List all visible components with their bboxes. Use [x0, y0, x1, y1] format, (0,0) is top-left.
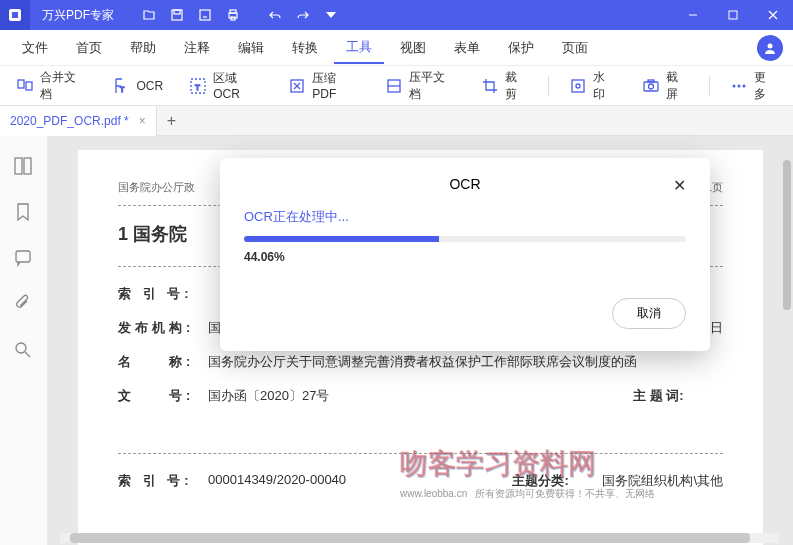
- annotations-icon[interactable]: [13, 248, 35, 270]
- dialog-status: OCR正在处理中...: [244, 208, 686, 226]
- svg-point-24: [649, 84, 654, 89]
- attachments-icon[interactable]: [13, 294, 35, 316]
- bookmark-icon[interactable]: [13, 202, 35, 224]
- save-as-icon[interactable]: [192, 2, 218, 28]
- crop-icon: [481, 77, 499, 95]
- svg-rect-31: [16, 251, 30, 262]
- ocr-icon: T: [112, 77, 130, 95]
- svg-rect-30: [24, 158, 31, 174]
- scrollbar-thumb[interactable]: [70, 533, 750, 543]
- menu-edit[interactable]: 编辑: [226, 33, 276, 63]
- field-label: 主题分类:: [512, 472, 602, 490]
- close-button[interactable]: [753, 0, 793, 30]
- field-label: 发布机构:: [118, 319, 208, 337]
- svg-point-28: [743, 84, 746, 87]
- document-tab[interactable]: 2020_PDF_OCR.pdf * ×: [0, 106, 157, 136]
- menu-page[interactable]: 页面: [550, 33, 600, 63]
- tab-close-icon[interactable]: ×: [139, 114, 146, 128]
- flatten-icon: [385, 77, 403, 95]
- maximize-button[interactable]: [713, 0, 753, 30]
- vertical-scrollbar[interactable]: [783, 140, 791, 520]
- tabbar: 2020_PDF_OCR.pdf * × +: [0, 106, 793, 136]
- customize-icon[interactable]: [318, 2, 344, 28]
- watermark-icon: [569, 77, 587, 95]
- toolbar-separator: [709, 76, 710, 96]
- undo-icon[interactable]: [262, 2, 288, 28]
- open-icon[interactable]: [136, 2, 162, 28]
- menu-help[interactable]: 帮助: [118, 33, 168, 63]
- field-value: 国办函〔2020〕27号: [208, 387, 633, 405]
- menubar: 文件 首页 帮助 注释 编辑 转换 工具 视图 表单 保护 页面: [0, 30, 793, 66]
- field-value: 国务院组织机构\其他: [602, 472, 723, 490]
- save-icon[interactable]: [164, 2, 190, 28]
- field-label: 文 号:: [118, 387, 208, 405]
- crop-button[interactable]: 裁剪: [475, 65, 534, 107]
- screenshot-button[interactable]: 截屏: [636, 65, 695, 107]
- watermark-button[interactable]: 水印: [563, 65, 622, 107]
- menu-tools[interactable]: 工具: [334, 32, 384, 64]
- compress-button[interactable]: 压缩PDF: [282, 66, 364, 105]
- tab-label: 2020_PDF_OCR.pdf *: [10, 114, 129, 128]
- redo-icon[interactable]: [290, 2, 316, 28]
- tab-add-button[interactable]: +: [157, 112, 186, 130]
- flatten-button[interactable]: 压平文档: [379, 65, 461, 107]
- search-icon[interactable]: [13, 340, 35, 362]
- svg-point-27: [738, 84, 741, 87]
- svg-point-12: [768, 43, 773, 48]
- app-name: 万兴PDF专家: [30, 7, 126, 24]
- titlebar: 万兴PDF专家: [0, 0, 793, 30]
- svg-rect-14: [26, 82, 32, 90]
- camera-icon: [642, 77, 660, 95]
- svg-point-22: [576, 84, 580, 88]
- app-logo-icon: [0, 0, 30, 30]
- more-button[interactable]: 更多: [724, 65, 783, 107]
- compress-icon: [288, 77, 306, 95]
- svg-rect-29: [15, 158, 22, 174]
- dialog-close-icon[interactable]: ✕: [673, 176, 686, 195]
- svg-rect-25: [648, 80, 654, 82]
- cancel-button[interactable]: 取消: [612, 298, 686, 329]
- svg-point-32: [16, 343, 26, 353]
- merge-icon: [16, 77, 34, 95]
- menu-view[interactable]: 视图: [388, 33, 438, 63]
- ocr-dialog: OCR ✕ OCR正在处理中... 44.06% 取消: [220, 158, 710, 351]
- svg-rect-21: [572, 80, 584, 92]
- menu-form[interactable]: 表单: [442, 33, 492, 63]
- svg-text:T: T: [120, 86, 125, 93]
- toolbar-separator: [548, 76, 549, 96]
- svg-rect-4: [200, 10, 210, 20]
- page-header-left: 国务院办公厅政: [118, 180, 195, 195]
- ocr-button[interactable]: TOCR: [106, 73, 169, 99]
- menu-home[interactable]: 首页: [64, 33, 114, 63]
- window-controls: [673, 0, 793, 30]
- thumbnails-icon[interactable]: [13, 156, 35, 178]
- minimize-button[interactable]: [673, 0, 713, 30]
- menu-annotate[interactable]: 注释: [172, 33, 222, 63]
- print-icon[interactable]: [220, 2, 246, 28]
- field-label: 索 引 号:: [118, 472, 208, 490]
- dialog-title: OCR: [449, 176, 480, 192]
- area-ocr-button[interactable]: T区域OCR: [183, 66, 268, 105]
- svg-rect-23: [644, 82, 658, 91]
- menu-file[interactable]: 文件: [10, 33, 60, 63]
- field-label: 名 称:: [118, 353, 208, 371]
- field-label: 索 引 号:: [118, 285, 208, 303]
- menu-convert[interactable]: 转换: [280, 33, 330, 63]
- divider: [248, 2, 260, 28]
- field-value: 000014349/2020-00040: [208, 472, 512, 490]
- field-label: 主 题 词:: [633, 387, 723, 405]
- progress-percent: 44.06%: [244, 250, 686, 264]
- svg-text:T: T: [195, 83, 200, 92]
- scrollbar-thumb[interactable]: [783, 160, 791, 310]
- menu-protect[interactable]: 保护: [496, 33, 546, 63]
- toolbar: 合并文档 TOCR T区域OCR 压缩PDF 压平文档 裁剪 水印 截屏 更多: [0, 66, 793, 106]
- area-ocr-icon: T: [189, 77, 207, 95]
- svg-rect-13: [18, 80, 24, 88]
- merge-button[interactable]: 合并文档: [10, 65, 92, 107]
- progress-bar: [244, 236, 686, 242]
- svg-rect-1: [12, 12, 18, 18]
- field-value: 国务院办公厅关于同意调整完善消费者权益保护工作部际联席会议制度的函: [208, 353, 723, 371]
- user-avatar-icon[interactable]: [757, 35, 783, 61]
- horizontal-scrollbar[interactable]: [60, 533, 779, 543]
- quick-access-toolbar: [136, 2, 344, 28]
